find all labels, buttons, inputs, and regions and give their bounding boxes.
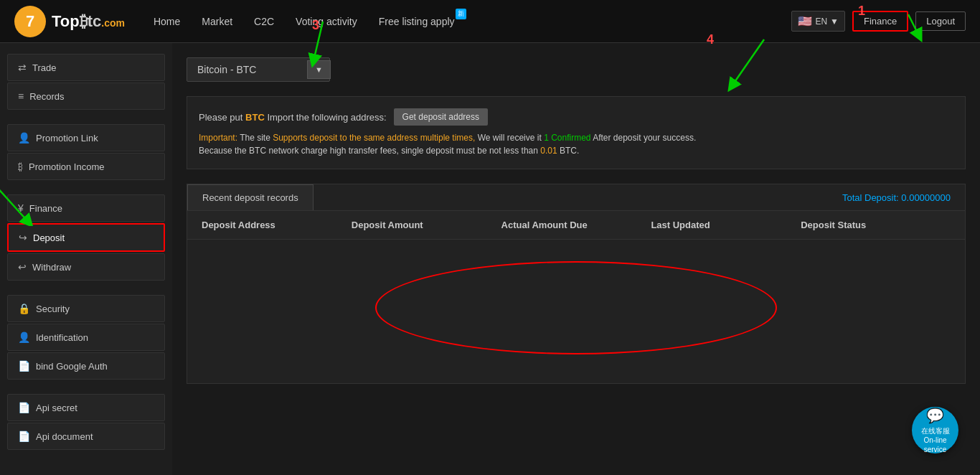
col-amount: Deposit Amount bbox=[352, 220, 501, 230]
important-text2: We will receive it bbox=[478, 133, 544, 143]
sidebar-item-identification[interactable]: 👤 Identification bbox=[7, 324, 165, 351]
header-right: 🇺🇸 EN ▼ Finance Logout bbox=[791, 11, 966, 32]
sidebar: 2 ⇄ Trade ≡ Records 👤 Promotion Link ₿ P… bbox=[0, 43, 172, 475]
sidebar-item-security[interactable]: 🔒 Security bbox=[7, 295, 165, 322]
api-secret-icon: 📄 bbox=[18, 402, 30, 413]
empty-table-area bbox=[187, 240, 965, 383]
total-deposit-label: Total Deposit: bbox=[842, 192, 899, 203]
withdraw-icon: ↩ bbox=[18, 261, 27, 273]
sidebar-api-secret-label: Api secret bbox=[36, 403, 77, 413]
sidebar-promotion-link-label: Promotion Link bbox=[36, 133, 98, 144]
lang-label: EN bbox=[815, 17, 827, 27]
bind-google-icon: 📄 bbox=[18, 360, 30, 372]
logo-number: 7 bbox=[26, 12, 34, 31]
col-updated: Last Updated bbox=[651, 220, 801, 230]
logo-circle: 7 bbox=[14, 6, 46, 37]
btc-label: BTC bbox=[245, 112, 267, 123]
nav-links: Home Market C2C Voting activity Free lis… bbox=[154, 16, 791, 27]
nav-free-listing[interactable]: Free listing apply bbox=[379, 16, 455, 27]
content-area: Bitcoin - BTC ▼ 3 Please put BTC Import … bbox=[172, 43, 980, 475]
finance-icon: ¥ bbox=[18, 202, 24, 214]
sidebar-item-api-document[interactable]: 📄 Api document bbox=[7, 423, 165, 450]
sidebar-item-trade[interactable]: ⇄ Trade bbox=[7, 54, 165, 81]
col-actual: Actual Amount Due bbox=[501, 220, 651, 230]
sidebar-identification-label: Identification bbox=[36, 332, 88, 343]
sidebar-item-promotion-income[interactable]: ₿ Promotion Income bbox=[7, 153, 165, 180]
sidebar-item-deposit[interactable]: ↪ Deposit bbox=[7, 223, 165, 252]
sidebar-bind-google-label: bind Google Auth bbox=[36, 361, 108, 372]
sidebar-trade-section: ⇄ Trade ≡ Records bbox=[7, 54, 165, 110]
logo-top: Top bbox=[52, 12, 80, 30]
promotion-link-icon: 👤 bbox=[18, 132, 30, 144]
main-layout: 2 ⇄ Trade ≡ Records 👤 Promotion Link ₿ P… bbox=[0, 43, 980, 475]
sidebar-item-api-secret[interactable]: 📄 Api secret bbox=[7, 394, 165, 421]
sidebar-promotion-income-label: Promotion Income bbox=[29, 161, 105, 172]
nav-home[interactable]: Home bbox=[154, 16, 180, 27]
total-deposit-value: 0.00000000 bbox=[901, 192, 951, 203]
col-address: Deposit Address bbox=[202, 220, 352, 230]
nav-c2c[interactable]: C2C bbox=[254, 16, 274, 27]
language-button[interactable]: 🇺🇸 EN ▼ bbox=[791, 11, 845, 32]
sidebar-withdraw-label: Withdraw bbox=[32, 262, 71, 273]
sidebar-security-section: 🔒 Security 👤 Identification 📄 bind Googl… bbox=[7, 295, 165, 380]
sidebar-promotion-section: 👤 Promotion Link ₿ Promotion Income bbox=[7, 124, 165, 180]
sidebar-records-label: Records bbox=[29, 91, 64, 102]
trade-icon: ⇄ bbox=[18, 62, 27, 73]
sidebar-finance-section: ¥ Finance ↪ Deposit ↩ Withdraw bbox=[7, 194, 165, 281]
promotion-income-icon: ₿ bbox=[18, 161, 23, 172]
records-tab[interactable]: Recent deposit records bbox=[187, 184, 314, 210]
currency-select[interactable]: Bitcoin - BTC bbox=[187, 57, 330, 82]
online-service-button[interactable]: 💬 在线客服 On-line service bbox=[912, 407, 958, 453]
col-status: Deposit Status bbox=[801, 220, 951, 230]
sidebar-trade-label: Trade bbox=[32, 62, 56, 73]
sidebar-security-label: Security bbox=[36, 304, 70, 314]
important-highlight3: 0.01 bbox=[540, 146, 560, 156]
sidebar-item-promotion-link[interactable]: 👤 Promotion Link bbox=[7, 124, 165, 151]
sidebar-item-finance[interactable]: ¥ Finance bbox=[7, 194, 165, 222]
important-info: Important: The site Supports deposit to … bbox=[199, 131, 953, 157]
records-header: Recent deposit records Total Deposit: 0.… bbox=[187, 184, 965, 211]
important-text3: After deposit your success. bbox=[593, 133, 696, 143]
online-service-label1: 在线客服 bbox=[921, 426, 950, 436]
finance-button[interactable]: Finance bbox=[852, 11, 908, 32]
important-highlight2: 1 Confirmed bbox=[544, 133, 593, 143]
chevron-down-icon: ▼ bbox=[830, 17, 839, 27]
important-text5: BTC. bbox=[560, 146, 579, 156]
logo-text: Top₿tc.com bbox=[52, 12, 125, 31]
security-icon: 🔒 bbox=[18, 303, 30, 314]
online-service-label2: On-line service bbox=[912, 436, 958, 454]
deposit-info-box: Please put BTC Import the following addr… bbox=[187, 96, 966, 169]
logo-btc: ₿tc bbox=[80, 12, 102, 30]
table-header: Deposit Address Deposit Amount Actual Am… bbox=[187, 211, 965, 240]
sidebar-item-withdraw[interactable]: ↩ Withdraw bbox=[7, 253, 165, 281]
sidebar-deposit-label: Deposit bbox=[33, 232, 65, 243]
api-document-icon: 📄 bbox=[18, 431, 30, 442]
important-highlight1: Supports deposit to the same address mul… bbox=[273, 133, 477, 143]
logout-button[interactable]: Logout bbox=[915, 11, 966, 31]
important-label: Important: bbox=[199, 133, 240, 143]
header: 7 Top₿tc.com Home Market C2C Voting acti… bbox=[0, 0, 980, 43]
logo-area: 7 Top₿tc.com bbox=[14, 6, 125, 37]
identification-icon: 👤 bbox=[18, 331, 30, 343]
deposit-prompt: Please put bbox=[199, 112, 242, 123]
important-text4: Because the BTC network charge high tran… bbox=[199, 146, 540, 156]
red-oval-annotation bbox=[375, 261, 777, 354]
deposit-prompt-text: Please put BTC Import the following addr… bbox=[199, 112, 387, 123]
sidebar-finance-label: Finance bbox=[29, 203, 62, 214]
sidebar-item-records[interactable]: ≡ Records bbox=[7, 83, 165, 110]
records-section: Recent deposit records Total Deposit: 0.… bbox=[187, 184, 966, 384]
nav-voting[interactable]: Voting activity bbox=[296, 16, 357, 27]
deposit-icon: ↪ bbox=[19, 232, 27, 243]
chat-icon: 💬 bbox=[926, 406, 944, 425]
sidebar-api-document-label: Api document bbox=[36, 431, 93, 442]
deposit-address-row: Please put BTC Import the following addr… bbox=[199, 108, 953, 126]
currency-selector: Bitcoin - BTC ▼ 3 bbox=[187, 57, 966, 82]
get-deposit-address-button[interactable]: Get deposit address bbox=[394, 108, 488, 126]
nav-market[interactable]: Market bbox=[202, 16, 232, 27]
total-deposit-info: Total Deposit: 0.00000000 bbox=[828, 185, 965, 210]
sidebar-api-section: 📄 Api secret 📄 Api document bbox=[7, 394, 165, 450]
flag-icon: 🇺🇸 bbox=[798, 14, 812, 28]
important-text1: The site bbox=[240, 133, 273, 143]
sidebar-item-bind-google[interactable]: 📄 bind Google Auth bbox=[7, 352, 165, 380]
records-icon: ≡ bbox=[18, 90, 24, 102]
